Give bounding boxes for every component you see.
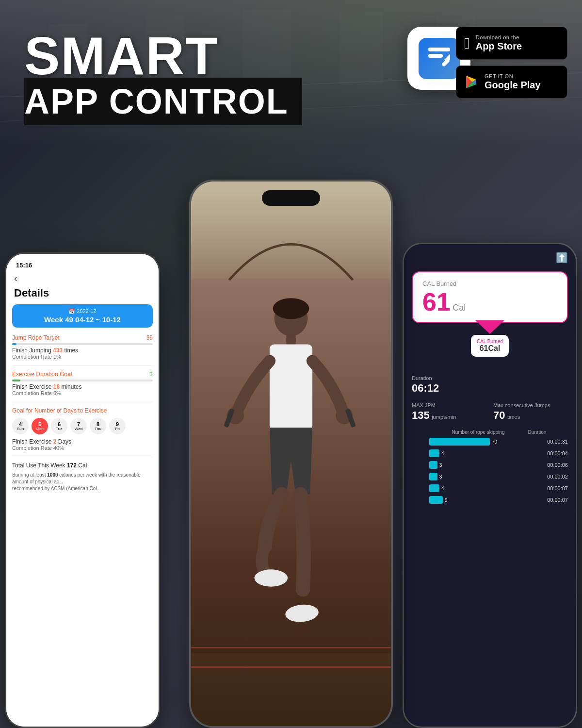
day-tue: 6 Tue	[51, 418, 67, 434]
exercise-duration-fill	[12, 380, 20, 381]
table-row-6: 9 00:00:07	[412, 496, 568, 504]
row-3-bar-section: 3	[429, 461, 497, 469]
appstore-text: Download on the App Store	[476, 34, 522, 52]
svg-rect-8	[428, 54, 443, 58]
appstore-sub: Download on the	[476, 34, 522, 40]
app-control-banner: APP CONTROL	[24, 78, 302, 125]
max-consecutive-label: Max consecutive Jumps	[493, 402, 568, 408]
phone-right: ⬆️ CAL Burned 61 Cal	[403, 243, 577, 728]
exercise-duration-label: Exercise Duration Goal 3	[12, 371, 153, 378]
svg-point-21	[254, 569, 288, 586]
table-section: Number of rope skipping Duration 70 00:0…	[412, 430, 568, 504]
svg-point-16	[273, 298, 309, 319]
app-icon-inner	[419, 38, 460, 79]
cal-burned-section: CAL Burned 61 Cal CAL Burned 61Cal	[412, 271, 568, 361]
right-header: ⬆️	[412, 252, 568, 264]
apple-icon: 	[464, 34, 470, 52]
week-banner-week: Week 49 04-12 ~ 10-12	[44, 315, 121, 324]
googleplay-sub: GET IT ON	[485, 73, 541, 79]
days-goal-label: Goal for Number of Days to Exercise	[12, 407, 153, 414]
duration-value: 06:12	[412, 382, 439, 395]
max-consecutive-unit: times	[507, 414, 520, 420]
jump-rope-completion: Completion Rate 1%	[12, 354, 153, 360]
smart-title: SMART	[24, 29, 302, 83]
store-buttons:  Download on the App Store GET IT ON Go…	[456, 27, 567, 99]
table-header: Number of rope skipping Duration	[412, 430, 568, 435]
max-jpm-label: MAX JPM	[412, 402, 486, 408]
cal-mini-card: CAL Burned 61Cal	[471, 335, 509, 357]
phones-area: 15:16 ‹ Details 📅 2022-12 Week 49 04-12 …	[0, 170, 582, 728]
content-wrapper: SMART APP CONTROL  Download on the App …	[0, 0, 582, 728]
phone-right-frame: ⬆️ CAL Burned 61 Cal	[403, 243, 577, 728]
google-play-icon	[464, 75, 479, 89]
max-jpm-row: 135 jumps/min	[412, 409, 486, 422]
stats-row-1: Duration 06:12	[412, 375, 568, 395]
phone-notch	[262, 190, 320, 206]
disclaimer: Burning at least 1000 calories per week …	[12, 472, 153, 492]
duration-stat: Duration 06:12	[412, 375, 439, 395]
day-mon: 5 Mon	[32, 418, 48, 434]
total-week: Total Use This Week 172 Cal	[12, 462, 153, 469]
row-3-bar	[429, 461, 437, 469]
table-row-4: 3 00:00:02	[412, 473, 568, 480]
table-row-5: 4 00:00:07	[412, 484, 568, 492]
jump-rope-goal: Jump Rope Target 36 Finish Jumping 433 t…	[12, 334, 153, 360]
row-6-bar-section: 9	[429, 496, 497, 504]
googleplay-text: GET IT ON Google Play	[485, 73, 541, 91]
ring-rope-1	[191, 666, 391, 668]
table-row-1: 70 00:00:31	[412, 438, 568, 446]
max-jpm-unit: jumps/min	[432, 414, 456, 420]
col-header-2: Number of rope skipping	[452, 430, 528, 435]
divider-3	[12, 457, 153, 457]
max-consecutive-stat: Max consecutive Jumps 70 times	[493, 402, 568, 422]
row-6-bar	[429, 496, 443, 504]
col-header-1	[414, 430, 452, 435]
back-arrow[interactable]: ‹	[12, 273, 153, 284]
jump-rope-progress-fill	[12, 343, 16, 345]
day-sun: 4 Sun	[12, 418, 29, 434]
svg-rect-7	[428, 48, 450, 51]
cal-mini-label: CAL Burned	[477, 339, 503, 344]
rope-lines	[191, 182, 391, 726]
googleplay-button[interactable]: GET IT ON Google Play	[456, 66, 567, 99]
duration-label: Duration	[412, 375, 439, 381]
exercise-completion: Completion Rate 6%	[12, 390, 153, 396]
max-jpm-stat: MAX JPM 135 jumps/min	[412, 402, 486, 422]
svg-marker-10	[444, 54, 450, 60]
table-row-2: 4 00:00:04	[412, 449, 568, 457]
day-fri: 9 Fri	[109, 418, 126, 434]
appstore-button[interactable]:  Download on the App Store	[456, 27, 567, 60]
day-thu: 8 Thu	[90, 418, 106, 434]
jump-rope-value: 36	[146, 334, 153, 341]
row-2-bar-section: 4	[429, 449, 497, 457]
cal-burned-label: CAL Burned	[422, 280, 557, 287]
days-completion: Completion Rate 40%	[12, 445, 153, 451]
col-header-3: Duration	[528, 430, 566, 435]
day-wed: 7 Wed	[70, 418, 87, 434]
cal-unit: Cal	[453, 303, 466, 313]
details-title: Details	[12, 287, 153, 299]
phone-left-frame: 15:16 ‹ Details 📅 2022-12 Week 49 04-12 …	[5, 252, 160, 728]
gym-background	[191, 182, 391, 726]
jump-rope-label: Jump Rope Target 36	[12, 334, 153, 341]
svg-rect-18	[270, 344, 312, 430]
jump-rope-label-text: Jump Rope Target	[12, 334, 60, 341]
ring-rope-2	[191, 647, 391, 648]
row-2-bar	[429, 449, 439, 457]
exercise-duration-bg	[12, 380, 153, 381]
week-banner-date: 📅 2022-12	[68, 308, 96, 314]
max-consecutive-row: 70 times	[493, 409, 568, 422]
phone-left-screen: 15:16 ‹ Details 📅 2022-12 Week 49 04-12 …	[6, 254, 159, 727]
exercise-duration-goal: Exercise Duration Goal 3 Finish Exercise…	[12, 371, 153, 396]
cal-value: 61	[422, 288, 451, 316]
row-4-bar	[429, 473, 437, 480]
cal-mini-wrapper: CAL Burned 61Cal	[412, 331, 568, 361]
table-row-3: 3 00:00:06	[412, 461, 568, 469]
row-5-bar	[429, 484, 439, 492]
googleplay-main: Google Play	[485, 79, 541, 91]
finish-exercise-days: Finish Exercise 2 Days	[12, 438, 153, 445]
exercise-duration-detail: Finish Exercise 18 minutes	[12, 383, 153, 390]
share-icon[interactable]: ⬆️	[556, 252, 568, 264]
header-section: SMART APP CONTROL	[24, 29, 302, 125]
row-1-bar	[429, 438, 490, 446]
